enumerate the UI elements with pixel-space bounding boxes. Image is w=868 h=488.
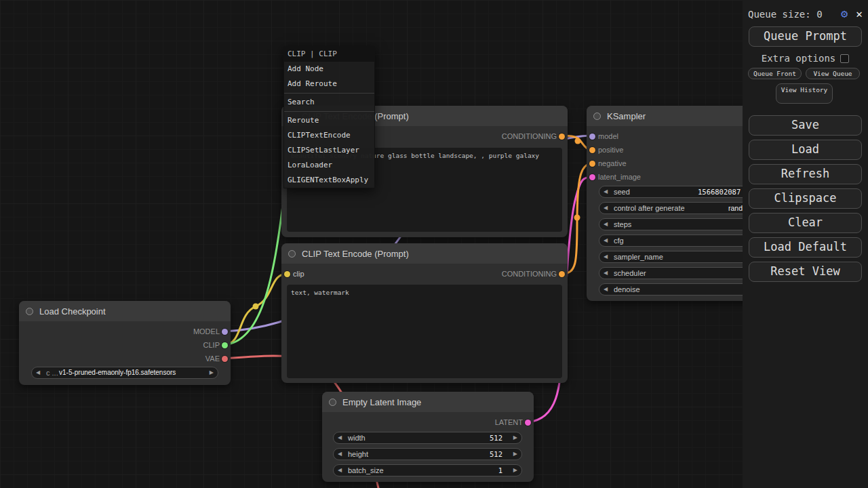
- clear-button[interactable]: Clear: [749, 213, 862, 233]
- save-button[interactable]: Save: [749, 115, 862, 136]
- ckpt-name-widget[interactable]: ◀ c ... v1-5-pruned-emaonly-fp16.safeten…: [31, 367, 218, 379]
- menu-item-add-reroute[interactable]: Add Reroute: [284, 77, 374, 92]
- queue-front-button[interactable]: Queue Front: [748, 68, 802, 79]
- prev-arrow-icon[interactable]: ◀: [338, 449, 342, 460]
- prev-arrow-icon[interactable]: ◀: [604, 186, 608, 197]
- prev-arrow-icon[interactable]: ◀: [604, 235, 608, 246]
- input-slot-model-icon[interactable]: [589, 134, 595, 140]
- wire-clip-drag: [224, 190, 285, 345]
- input-slot-latent-image-icon[interactable]: [589, 174, 595, 180]
- output-slot-latent-icon[interactable]: [525, 420, 531, 426]
- output-label-conditioning: CONDITIONING: [502, 131, 557, 141]
- prompt-textarea[interactable]: text, watermark: [287, 285, 562, 378]
- menu-item-search[interactable]: Search: [284, 95, 374, 110]
- widget-name: width: [348, 432, 366, 443]
- menu-item-cliptextencode[interactable]: CLIPTextEncode: [284, 128, 374, 143]
- widget-value: v1-5-pruned-emaonly-fp16.safetensors: [59, 367, 176, 378]
- view-history-button[interactable]: View History: [776, 83, 833, 104]
- node-graph-canvas[interactable]: Load Checkpoint MODEL CLIP VAE ◀ c ... v…: [0, 0, 868, 488]
- queue-prompt-button[interactable]: Queue Prompt: [749, 26, 862, 47]
- clipspace-button[interactable]: Clipspace: [749, 188, 862, 209]
- context-menu-title: CLIP | CLIP: [284, 47, 374, 62]
- input-slot-clip-icon[interactable]: [284, 271, 290, 277]
- collapse-dot-icon[interactable]: [593, 113, 601, 120]
- prev-arrow-icon[interactable]: ◀: [338, 465, 342, 476]
- widget-name: control after generate: [614, 203, 685, 214]
- prev-arrow-icon[interactable]: ◀: [338, 432, 342, 443]
- load-button[interactable]: Load: [749, 140, 862, 160]
- extra-options-checkbox[interactable]: [840, 54, 849, 63]
- next-arrow-icon[interactable]: ▶: [513, 465, 517, 476]
- comfy-menu-panel: Queue size: 0 ⚙ ✕ Queue Prompt Extra opt…: [743, 0, 868, 488]
- menu-item-loraloader[interactable]: LoraLoader: [284, 158, 374, 173]
- widget-name: denoise: [614, 284, 640, 295]
- node-empty-latent-image[interactable]: Empty Latent Image LATENT ◀ width 512 ▶ …: [322, 392, 534, 482]
- output-slot-conditioning-icon[interactable]: [559, 271, 565, 277]
- link-midpoint-dot: [575, 138, 581, 144]
- settings-gear-icon[interactable]: ⚙: [841, 8, 848, 20]
- input-slot-positive-icon[interactable]: [589, 147, 595, 153]
- link-midpoint-dot: [253, 304, 259, 310]
- node-load-checkpoint[interactable]: Load Checkpoint MODEL CLIP VAE ◀ c ... v…: [19, 301, 231, 385]
- node-title-bar[interactable]: Load Checkpoint: [19, 301, 231, 321]
- widget-value: 1566802087: [698, 186, 741, 197]
- prev-arrow-icon[interactable]: ◀: [604, 219, 608, 230]
- collapse-dot-icon[interactable]: [26, 308, 33, 315]
- refresh-button[interactable]: Refresh: [749, 164, 862, 184]
- menu-separator: [284, 111, 374, 112]
- node-title-label: KSampler: [607, 111, 646, 121]
- output-slot-conditioning-icon[interactable]: [559, 134, 565, 140]
- width-widget[interactable]: ◀ width 512 ▶: [333, 432, 522, 444]
- queue-size-label: Queue size: 0: [748, 9, 823, 20]
- batch-size-widget[interactable]: ◀ batch_size 1 ▶: [333, 464, 522, 476]
- input-label-positive: positive: [598, 145, 623, 155]
- next-arrow-icon[interactable]: ▶: [513, 432, 517, 443]
- input-label-model: model: [598, 131, 618, 141]
- reset-view-button[interactable]: Reset View: [749, 262, 862, 282]
- widget-value: 1: [498, 465, 502, 476]
- collapse-dot-icon[interactable]: [288, 250, 296, 258]
- node-title-bar[interactable]: CLIP Text Encode (Prompt): [281, 243, 568, 264]
- widget-name: cfg: [614, 235, 624, 246]
- node-clip-text-encode-negative[interactable]: CLIP Text Encode (Prompt) clip CONDITION…: [281, 243, 568, 383]
- output-label-clip: CLIP: [203, 340, 220, 350]
- collapse-dot-icon[interactable]: [329, 399, 336, 406]
- input-label-clip: clip: [293, 269, 304, 279]
- node-title-label: CLIP Text Encode (Prompt): [302, 249, 409, 259]
- node-context-menu: CLIP | CLIP Add Node Add Reroute Search …: [283, 46, 375, 188]
- prev-arrow-icon[interactable]: ◀: [36, 367, 40, 378]
- output-label-model: MODEL: [193, 327, 220, 336]
- node-title-bar[interactable]: Empty Latent Image: [322, 392, 534, 412]
- output-slot-vae-icon[interactable]: [222, 356, 228, 362]
- menu-item-gligentextboxapply[interactable]: GLIGENTextBoxApply: [284, 173, 374, 188]
- menu-separator: [284, 93, 374, 94]
- next-arrow-icon[interactable]: ▶: [210, 367, 214, 378]
- prev-arrow-icon[interactable]: ◀: [604, 268, 608, 279]
- output-slot-model-icon[interactable]: [222, 329, 228, 335]
- link-midpoint-dot: [574, 215, 580, 221]
- menu-item-clipsetlastlayer[interactable]: CLIPSetLastLayer: [284, 143, 374, 158]
- widget-name: c ...: [46, 367, 58, 378]
- menu-item-add-node[interactable]: Add Node: [284, 62, 374, 77]
- widget-value: 512: [490, 432, 502, 443]
- load-default-button[interactable]: Load Default: [749, 237, 862, 258]
- output-slot-clip-icon[interactable]: [222, 342, 228, 348]
- widget-name: batch_size: [348, 465, 384, 476]
- prev-arrow-icon[interactable]: ◀: [604, 203, 608, 214]
- next-arrow-icon[interactable]: ▶: [513, 449, 517, 460]
- input-label-negative: negative: [598, 159, 627, 168]
- menu-item-reroute[interactable]: Reroute: [284, 113, 374, 128]
- close-icon[interactable]: ✕: [856, 9, 863, 20]
- extra-options-label: Extra options: [762, 53, 836, 64]
- widget-name: scheduler: [614, 268, 646, 279]
- widget-name: height: [348, 449, 368, 460]
- prev-arrow-icon[interactable]: ◀: [604, 251, 608, 262]
- height-widget[interactable]: ◀ height 512 ▶: [333, 448, 522, 460]
- input-slot-negative-icon[interactable]: [589, 161, 595, 167]
- output-label-latent: LATENT: [495, 418, 523, 427]
- output-label-conditioning: CONDITIONING: [502, 269, 557, 279]
- prev-arrow-icon[interactable]: ◀: [604, 284, 608, 295]
- output-label-vae: VAE: [205, 354, 220, 363]
- input-label-latent-image: latent_image: [598, 172, 641, 182]
- view-queue-button[interactable]: View Queue: [806, 68, 860, 79]
